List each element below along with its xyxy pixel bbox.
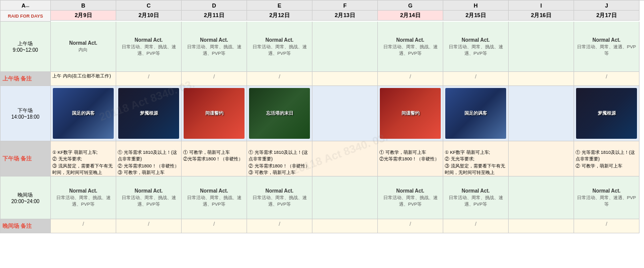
afternoon-note-b: ① KF数字 萌新可上车; ② 无光等要求; ③ 流风暂定，需要看下午有无时间，… — [51, 141, 116, 176]
morning-c: Normal Act. 日常活动、周常、挑战、速遇、PVP等 — [116, 22, 182, 72]
evening-g: Normal Act. 日常活动、周常、挑战、速遇、PVP等 — [378, 176, 443, 219]
afternoon-b: 国足的讽客 — [51, 86, 116, 141]
morning-note-d: / — [182, 72, 247, 86]
evening-f — [312, 176, 378, 219]
col-header-e: E — [247, 1, 312, 11]
afternoon-c: 梦魇根源 — [116, 86, 182, 141]
afternoon-note-i — [509, 141, 574, 176]
afternoon-note-g: ① 可教学，萌新可上车 ②光等需求1800！（非硬性） — [378, 141, 443, 176]
evening-d: Normal Act. 日常活动、周常、挑战、速遇、PVP等 — [182, 176, 247, 219]
afternoon-note-d: ① 可教学，萌新可上车 ②光等需求1800！（非硬性） — [182, 141, 247, 176]
afternoon-note-c: ① 光等需求 1810及以上！(这点非常重要) ② 光等需求1800！（非硬性）… — [116, 141, 182, 176]
afternoon-note-f — [312, 141, 378, 176]
afternoon-note-label: 下午场 备注 — [1, 141, 51, 176]
afternoon-h: 国足的讽客 — [443, 86, 509, 141]
raid-label: RAID FOR DAYS — [1, 11, 51, 22]
afternoon-label: 下午场 14:00~18:00 — [1, 86, 51, 141]
evening-note-h: / — [443, 219, 509, 233]
evening-note-c: / — [116, 219, 182, 233]
afternoon-i — [509, 86, 574, 141]
evening-note-d: / — [182, 219, 247, 233]
col-header-b: B — [51, 1, 116, 11]
morning-note-e: / — [247, 72, 312, 86]
afternoon-g: 间谍誓约 — [378, 86, 443, 141]
morning-note-label: 上午场 备注 — [1, 72, 51, 86]
date-b: 2月9日 — [51, 11, 116, 21]
col-header-h: H — [443, 1, 509, 11]
morning-note-h: / — [443, 72, 509, 86]
morning-g: Normal Act. 日常活动、周常、挑战、速遇、PVP等 — [378, 22, 443, 72]
morning-b: Normal Act. 内向 — [51, 22, 116, 72]
date-g: 2月14日 — [378, 11, 443, 21]
evening-note-b: / — [51, 219, 116, 233]
date-i: 2月16日 — [509, 11, 574, 21]
evening-b: Normal Act. 日常活动、周常、挑战、速遇、PVP等 — [51, 176, 116, 219]
date-h: 2月15日 — [443, 11, 509, 21]
date-f: 2月13日 — [312, 11, 378, 21]
date-c: 2月10日 — [116, 11, 182, 21]
morning-note-f — [312, 72, 378, 86]
evening-note-e: / — [247, 219, 312, 233]
morning-j: Normal Act. 日常活动、周常、速遇、PVP等 — [574, 22, 639, 72]
afternoon-note-h: ① KF数字 萌新可上车; ② 无光等要求; ③ 流风暂定，需要看下午有无时间，… — [443, 141, 509, 176]
afternoon-d: 间谍誓约 — [182, 86, 247, 141]
afternoon-f — [312, 86, 378, 141]
morning-d: Normal Act. 日常活动、周常、挑战、速遇、PVP等 — [182, 22, 247, 72]
evening-note-f — [312, 219, 378, 233]
evening-e: Normal Act. 日常活动、周常、挑战、速遇、PVP等 — [247, 176, 312, 219]
afternoon-note-e: ① 光等需求 1810及以上！(这点非常重要) ② 光等需求1800！（非硬性）… — [247, 141, 312, 176]
afternoon-j: 梦魇根源 — [574, 86, 639, 141]
evening-note-g: / — [378, 219, 443, 233]
morning-f — [312, 22, 378, 72]
morning-note-g: / — [378, 72, 443, 86]
morning-h: Normal Act. 日常活动、周常、挑战、速遇、PVP等 — [443, 22, 509, 72]
col-header-j: J — [574, 1, 639, 11]
col-header-g: G — [378, 1, 443, 11]
col-header-a: A ... — [1, 1, 51, 11]
afternoon-e: 忘活塔的末日 — [247, 86, 312, 141]
evening-c: Normal Act. 日常活动、周常、挑战、速遇、PVP等 — [116, 176, 182, 219]
morning-note-c: / — [116, 72, 182, 86]
morning-e: Normal Act. 日常活动、周常、挑战、速遇、PVP等 — [247, 22, 312, 72]
date-e: 2月12日 — [247, 11, 312, 21]
morning-i — [509, 22, 574, 72]
date-j: 2月17日 — [574, 11, 639, 21]
morning-note-i — [509, 72, 574, 86]
evening-h: Normal Act. 日常活动、周常、挑战、速遇、PVP等 — [443, 176, 509, 219]
evening-note-i — [509, 219, 574, 233]
col-header-c: C — [116, 1, 182, 11]
evening-i — [509, 176, 574, 219]
evening-note-label: 晚间场 备注 — [1, 219, 51, 233]
evening-label: 晚间场 20:00~24:00 — [1, 176, 51, 219]
morning-note-j: / — [574, 72, 639, 86]
morning-note-b: 上午 内向(在工位都不敢工作) — [51, 72, 116, 86]
date-d: 2月11日 — [182, 11, 247, 21]
evening-j: Normal Act. 日常活动、周常、速遇、PVP等 — [574, 176, 639, 219]
afternoon-note-j: ① 光等需求 1810及以上！(这点非常重要) ② 可教学，萌新可上车 — [574, 141, 639, 176]
col-header-f: F — [312, 1, 378, 11]
col-header-d: D — [182, 1, 247, 11]
col-header-i: I — [509, 1, 574, 11]
morning-label: 上午场 9:00~12:00 — [1, 22, 51, 72]
evening-note-j: / — [574, 219, 639, 233]
